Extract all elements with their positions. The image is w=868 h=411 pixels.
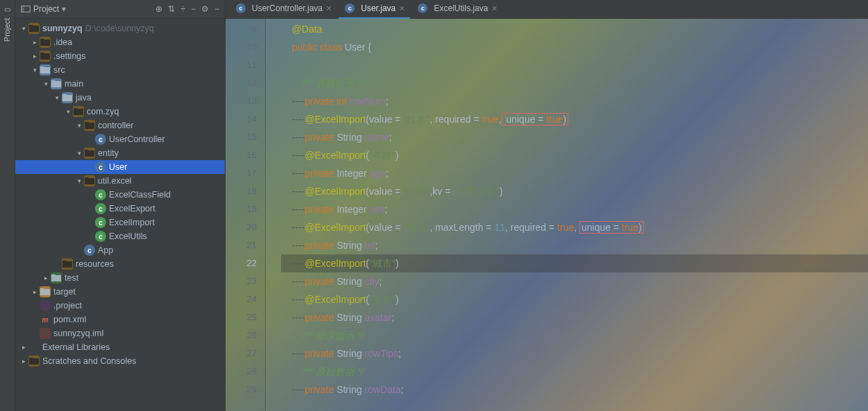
code-line[interactable]: ----@ExcelImport(value = "性别",kv = "1-男;… xyxy=(281,182,868,200)
project-tool-label[interactable]: Project xyxy=(3,18,12,42)
tool-window-bar[interactable]: ▭ Project xyxy=(0,0,15,411)
code-body[interactable]: @Data public class User { /** 表格行号 */ --… xyxy=(266,19,868,411)
tree-node[interactable]: entity xyxy=(15,146,225,160)
tree-node[interactable]: External Libraries xyxy=(15,340,225,354)
collapse-icon[interactable]: − xyxy=(191,4,196,14)
editor-tab[interactable]: cUser.java× xyxy=(339,0,410,19)
tree-node[interactable]: mpom.xml xyxy=(15,313,225,326)
code-line[interactable]: ----private String rowData; xyxy=(281,381,868,399)
code-area: 9101112131415161718192021222324252627282… xyxy=(225,19,868,411)
code-line[interactable]: public class User { xyxy=(281,38,868,56)
code-line[interactable]: ----@ExcelImport(value = "电话", maxLength… xyxy=(281,218,868,236)
tree-node[interactable]: sunnyzyqD:\code\sunnyzyq xyxy=(15,21,225,35)
tree-node[interactable]: cApp xyxy=(15,243,225,257)
code-line[interactable]: /** 表格行号 */ xyxy=(281,74,868,92)
sidebar-title[interactable]: Project ▾ xyxy=(21,4,66,14)
tree-node[interactable]: cExcelUtils xyxy=(15,229,225,243)
code-line[interactable]: ----@ExcelImport(value = "姓名", required … xyxy=(281,110,868,128)
code-line[interactable]: ----private Integer sex; xyxy=(281,200,868,218)
tree-node[interactable]: target xyxy=(15,285,225,299)
tree-node[interactable]: main xyxy=(15,77,225,91)
editor-pane: cUserController.java×cUser.java×cExcelUt… xyxy=(225,0,868,411)
code-line[interactable]: ----private String avatar; xyxy=(281,308,868,326)
close-icon[interactable]: × xyxy=(399,3,405,14)
svg-rect-1 xyxy=(22,6,24,12)
tree-node[interactable]: cUserController xyxy=(15,132,225,146)
code-line[interactable]: ----@ExcelImport("城市") xyxy=(281,254,868,272)
code-line[interactable]: /** 错误提示 */ xyxy=(281,326,868,344)
dropdown-icon[interactable]: ▾ xyxy=(62,4,66,14)
editor-tabs[interactable]: cUserController.java×cUser.java×cExcelUt… xyxy=(225,0,868,19)
tree-node[interactable]: .project xyxy=(15,299,225,313)
editor-tab[interactable]: cExcelUtils.java× xyxy=(411,0,502,19)
sidebar-header: Project ▾ ⊕ ⇅ ÷ − ⚙ − xyxy=(15,0,225,19)
tree-node[interactable]: src xyxy=(15,63,225,77)
tree-node[interactable]: java xyxy=(15,91,225,105)
tree-node[interactable]: cExcelExport xyxy=(15,202,225,216)
code-line[interactable]: /** 原始数据 */ xyxy=(281,362,868,381)
code-line[interactable]: ----@ExcelImport("年龄") xyxy=(281,146,868,164)
code-line[interactable]: ----private Integer age; xyxy=(281,164,868,182)
tree-node[interactable]: com.zyq xyxy=(15,105,225,119)
code-line[interactable]: ----private String tel; xyxy=(281,236,868,254)
locate-icon[interactable]: ⊕ xyxy=(155,4,162,14)
gutter[interactable]: 9101112131415161718192021222324252627282… xyxy=(225,19,266,411)
code-line[interactable]: @Data xyxy=(281,20,868,38)
sort-icon[interactable]: ⇅ xyxy=(168,4,175,14)
tree-node[interactable]: .settings xyxy=(15,49,225,63)
tree-node[interactable]: cExcelImport xyxy=(15,216,225,229)
code-line[interactable]: ----@ExcelImport("头像") xyxy=(281,290,868,308)
expand-icon[interactable]: ÷ xyxy=(180,4,185,14)
project-tree[interactable]: sunnyzyqD:\code\sunnyzyq.idea.settingssr… xyxy=(15,19,225,411)
java-file-icon: c xyxy=(418,3,427,13)
code-line[interactable] xyxy=(281,56,868,74)
project-tool-icon[interactable]: ▭ xyxy=(4,6,10,13)
close-icon[interactable]: × xyxy=(326,3,332,14)
tree-node[interactable]: Scratches and Consoles xyxy=(15,354,225,368)
code-line[interactable]: ----private String rowTips; xyxy=(281,344,868,362)
tree-node[interactable]: util.excel xyxy=(15,174,225,188)
editor-tab[interactable]: cUserController.java× xyxy=(230,0,337,19)
project-sidebar: Project ▾ ⊕ ⇅ ÷ − ⚙ − sunnyzyqD:\code\su… xyxy=(15,0,225,411)
tree-node[interactable]: cUser xyxy=(15,160,225,174)
code-line[interactable]: ----private String name; xyxy=(281,128,868,146)
java-file-icon: c xyxy=(345,3,355,13)
tree-node[interactable]: resources xyxy=(15,257,225,271)
code-line[interactable]: ----private int rowNum; xyxy=(281,92,868,110)
gear-icon[interactable]: ⚙ xyxy=(201,4,209,14)
close-icon[interactable]: × xyxy=(491,3,497,14)
sidebar-toolbar: ⊕ ⇅ ÷ − ⚙ − xyxy=(155,4,219,14)
java-file-icon: c xyxy=(236,3,246,13)
tree-node[interactable]: controller xyxy=(15,119,225,132)
code-line[interactable]: ----private String city; xyxy=(281,272,868,290)
tree-node[interactable]: test xyxy=(15,271,225,285)
tree-node[interactable]: .idea xyxy=(15,35,225,49)
tree-node[interactable]: sunnyzyq.iml xyxy=(15,326,225,340)
tree-node[interactable]: cExcelClassField xyxy=(15,188,225,202)
hide-icon[interactable]: − xyxy=(214,4,219,14)
